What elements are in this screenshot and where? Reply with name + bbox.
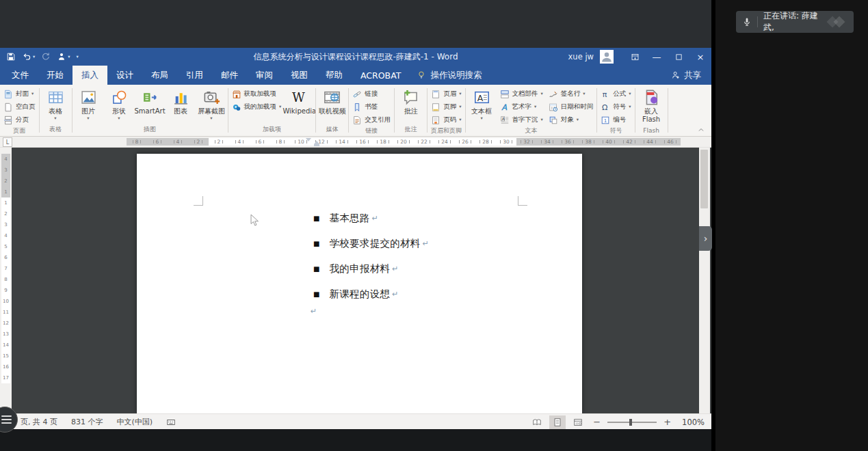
ribbon-button-日期和时间[interactable]: 日期和时间: [546, 100, 596, 113]
signed-in-user[interactable]: xue jw: [568, 52, 594, 62]
ribbon-button-label: 批注: [404, 107, 418, 115]
ribbon-button-联机视频[interactable]: 联机视频: [317, 86, 347, 115]
svg-text:A: A: [501, 117, 504, 121]
ribbon-group-媒体: 联机视频媒体: [316, 85, 348, 136]
lightbulb-icon: [417, 70, 426, 80]
ribbon-button-我的加载项[interactable]: 我的加载项▾: [229, 100, 285, 113]
ribbon-button-屏幕截图[interactable]: 屏幕截图▾: [196, 86, 227, 120]
dropdown-caret-icon: ▾: [31, 92, 34, 96]
ribbon-button-图表[interactable]: 图表: [166, 86, 196, 115]
ribbon-button-Wikipedia[interactable]: WWikipedia: [284, 86, 315, 115]
tab-stop-selector[interactable]: L: [3, 137, 12, 147]
zoom-in-button[interactable]: +: [661, 417, 674, 427]
ribbon-groups: 封面▾空白页分页页面表格▾表格图片▾形状▾SmartArt图表屏幕截图▾插图获取…: [0, 85, 668, 136]
ribbon-button-形状[interactable]: 形状▾: [104, 86, 135, 120]
ribbon-button-SmartArt[interactable]: SmartArt: [135, 86, 166, 115]
ribbon-button-封面[interactable]: 封面▾: [1, 87, 38, 100]
tab-插入[interactable]: 插入: [73, 66, 107, 85]
minimize-icon[interactable]: —: [646, 48, 668, 66]
tab-帮助[interactable]: 帮助: [317, 66, 352, 85]
ribbon-button-分页[interactable]: 分页: [1, 113, 38, 126]
ribbon-button-对象[interactable]: 对象▾: [546, 113, 596, 126]
ribbon-button-表格[interactable]: 表格▾: [40, 86, 71, 120]
web-layout-view-icon[interactable]: [570, 415, 586, 429]
ribbon-button-首字下沉[interactable]: A首字下沉▾: [497, 113, 546, 126]
ribbon-button-符号[interactable]: Ω符号▾: [598, 100, 633, 113]
ribbon-group-页面: 封面▾空白页分页页面: [0, 85, 39, 136]
document-page[interactable]: ■基本思路↵■学校要求提交的材料↵■我的申报材料↵■新课程的设想↵ ↵: [137, 154, 582, 413]
link-icon: [352, 90, 362, 99]
tab-引用[interactable]: 引用: [177, 66, 212, 85]
vertical-ruler-scale: 43211234567891011121314151617: [1, 154, 10, 383]
ribbon-button-页眉[interactable]: 页眉▾: [428, 87, 464, 100]
left-indent-marker[interactable]: [314, 144, 319, 146]
maximize-icon[interactable]: [668, 48, 689, 66]
ribbon-button-获取加载项[interactable]: 获取加载项: [229, 87, 285, 100]
speaking-indicator: 正在讲话: 薛建武,: [736, 11, 854, 33]
ribbon-button-批注[interactable]: 批注: [395, 86, 426, 115]
zoom-out-button[interactable]: −: [590, 417, 603, 427]
print-layout-view-icon[interactable]: [549, 415, 566, 429]
empty-paragraph-mark: ↵: [311, 307, 317, 316]
ribbon-button-书签[interactable]: 书签: [350, 100, 393, 113]
ribbon-button-文档部件[interactable]: 文档部件▾: [497, 87, 546, 100]
page-count-status[interactable]: 页, 共 4 页: [21, 417, 57, 427]
ribbon-button-嵌入 Flash[interactable]: 嵌入 Flash: [636, 86, 667, 123]
ribbon-button-页脚[interactable]: 页脚▾: [428, 100, 464, 113]
read-mode-view-icon[interactable]: [529, 415, 545, 429]
user-avatar-icon[interactable]: [599, 50, 614, 64]
tab-设计[interactable]: 设计: [107, 66, 142, 85]
ribbon-display-options-icon[interactable]: [624, 48, 646, 66]
share-person-icon: [671, 70, 681, 80]
collapse-ribbon-icon[interactable]: [696, 124, 706, 132]
tab-文件[interactable]: 文件: [3, 66, 38, 85]
vertical-ruler[interactable]: 43211234567891011121314151617: [0, 148, 12, 413]
ribbon-button-艺术字[interactable]: A艺术字▾: [497, 100, 546, 113]
ribbon-button-空白页[interactable]: 空白页: [1, 100, 38, 113]
redo-icon[interactable]: [41, 52, 51, 62]
language-status[interactable]: 中文(中国): [117, 417, 153, 427]
ribbon-button-页码[interactable]: 页码▾: [428, 113, 464, 126]
ribbon-button-编号[interactable]: 1编号: [598, 113, 633, 126]
tab-布局[interactable]: 布局: [142, 66, 177, 85]
scrollbar-thumb[interactable]: [700, 150, 708, 208]
ribbon-button-签名行[interactable]: 签名行▾: [546, 87, 596, 100]
ruler-tick: 3: [1, 219, 10, 230]
cover-page-icon: [3, 90, 13, 99]
tab-ACROBAT[interactable]: ACROBAT: [352, 66, 410, 85]
horizontal-ruler[interactable]: L 86422468101214161820222426283032343638…: [0, 137, 711, 148]
panel-collapse-handle[interactable]: ›: [699, 226, 712, 251]
tab-开始[interactable]: 开始: [38, 66, 73, 85]
undo-button[interactable]: ▾: [22, 52, 35, 62]
zoom-slider-thumb[interactable]: [629, 419, 632, 426]
ribbon-button-label: SmartArt: [134, 107, 165, 115]
vertical-scrollbar[interactable]: [699, 148, 710, 413]
word-count-status[interactable]: 831 个字: [71, 417, 103, 427]
ribbon-button-交叉引用[interactable]: 交叉引用: [350, 113, 393, 126]
group-divider: [668, 88, 668, 133]
ribbon-button-图片[interactable]: 图片▾: [73, 86, 104, 120]
document-area: ■基本思路↵■学校要求提交的材料↵■我的申报材料↵■新课程的设想↵ ↵ 4321…: [0, 148, 711, 413]
ribbon-tabs: 文件开始插入设计布局引用邮件审阅视图帮助ACROBAT: [0, 66, 410, 85]
speaking-text: 正在讲话: 薛建武,: [763, 10, 821, 33]
zoom-level[interactable]: 100%: [682, 418, 705, 427]
tab-邮件[interactable]: 邮件: [212, 66, 247, 85]
zoom-slider[interactable]: [607, 422, 657, 423]
pi-icon: π: [601, 90, 610, 99]
screen-share-area: ▾ ▾ ▾ 信息系统分析与设计课程设计课程思政-薛建武-1 - Word xue…: [0, 0, 711, 451]
ink-mode-button[interactable]: ▾: [57, 52, 70, 62]
ribbon-button-文本框[interactable]: A文本框▾: [466, 86, 497, 120]
undo-icon: [22, 52, 31, 62]
qat-customize-icon[interactable]: ▾: [77, 55, 79, 59]
close-icon[interactable]: ×: [689, 48, 711, 66]
first-line-indent-marker[interactable]: [306, 138, 311, 141]
ribbon-button-链接[interactable]: 链接: [350, 87, 393, 100]
share-button[interactable]: 共享: [671, 66, 711, 85]
tab-审阅[interactable]: 审阅: [247, 66, 282, 85]
ribbon-button-公式[interactable]: π公式▾: [598, 87, 633, 100]
tab-视图[interactable]: 视图: [282, 66, 317, 85]
ribbon-button-label: 日期和时间: [561, 102, 594, 111]
keyboard-status-icon[interactable]: [166, 418, 176, 427]
save-icon[interactable]: [6, 52, 16, 62]
tell-me-search[interactable]: 操作说明搜索: [417, 66, 482, 85]
